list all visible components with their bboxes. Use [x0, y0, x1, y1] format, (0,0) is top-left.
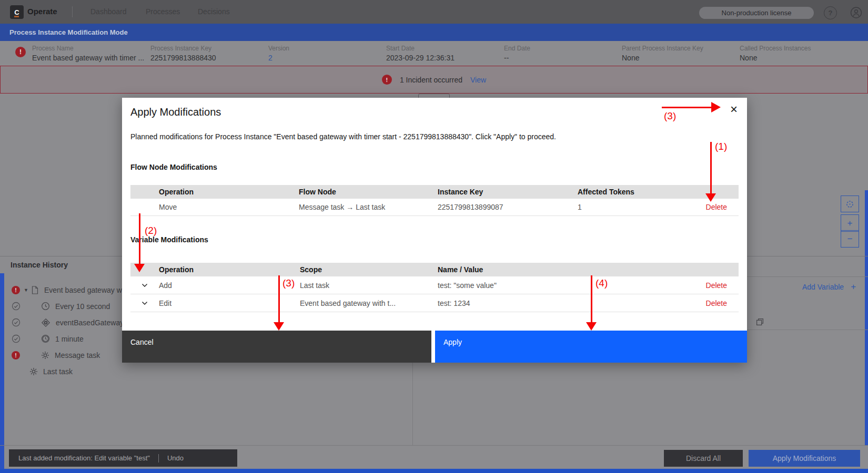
table-header-row: Operation Scope Name / Value — [130, 263, 739, 276]
field-label: Parent Process Instance Key — [622, 45, 703, 52]
table-row: Add Last task test: "some value" Delete — [130, 276, 739, 294]
footer-top-border — [0, 445, 868, 446]
field-label: Version — [268, 45, 289, 52]
delete-button[interactable]: Delete — [706, 203, 727, 211]
add-variable-button[interactable]: Add Variable + — [802, 282, 856, 292]
cell-scope: Last task — [300, 281, 438, 290]
license-badge: Non-production license — [699, 7, 814, 19]
apply-button[interactable]: Apply — [435, 331, 747, 363]
annotation-arrow-line — [591, 275, 592, 323]
apply-modifications-button[interactable]: Apply Modifications — [749, 450, 860, 467]
nav-divider — [72, 6, 73, 17]
modification-mode-text: Process Instance Modification Mode — [9, 28, 128, 36]
check-circle-icon — [12, 318, 21, 327]
incident-state-icon: ! — [15, 47, 26, 57]
annotation-arrow-line — [710, 142, 712, 193]
expand-chevron-icon[interactable] — [142, 283, 148, 287]
field-called-process-instances: Called Process Instances None — [740, 45, 811, 62]
table-row: Edit Event based gateway with t... test:… — [130, 294, 739, 312]
incident-view-link[interactable]: View — [470, 76, 486, 84]
column-operation: Operation — [159, 188, 299, 196]
logo-accent — [14, 16, 19, 17]
top-nav: C Operate Dashboard Processes Decisions … — [0, 0, 868, 24]
history-row-last-task[interactable]: Last task — [0, 363, 410, 379]
discard-all-button[interactable]: Discard All — [664, 450, 743, 467]
nav-item-decisions[interactable]: Decisions — [198, 7, 230, 16]
field-value: Event based gateway with timer ... — [32, 54, 144, 62]
annotation-label-3-cancel: (3) — [282, 277, 295, 289]
nav-item-processes[interactable]: Processes — [146, 7, 180, 16]
flow-node-modifications-heading: Flow Node Modifications — [130, 163, 217, 171]
annotation-label-3-close: (3) — [664, 110, 676, 122]
check-circle-icon — [12, 302, 21, 311]
field-version: Version 2 — [268, 45, 289, 62]
cell-affected-tokens: 1 — [578, 203, 680, 211]
field-start-date: Start Date 2023-09-29 12:36:31 — [386, 45, 455, 62]
cell-operation: Move — [159, 203, 299, 211]
zoom-out-button[interactable]: − — [841, 230, 859, 248]
field-label: Process Instance Key — [150, 45, 216, 52]
field-process-name: Process Name Event based gateway with ti… — [32, 45, 144, 62]
version-link[interactable]: 2 — [268, 54, 289, 62]
cell-name-value: test: "some value" — [438, 281, 680, 290]
field-process-instance-key: Process Instance Key 2251799813888430 — [150, 45, 216, 62]
expand-chevron-icon[interactable] — [142, 301, 148, 305]
incident-text: 1 Incident occurred — [400, 76, 462, 84]
table-row: Move Message task → Last task 2251799813… — [130, 199, 739, 216]
annotation-arrowhead — [705, 193, 716, 202]
app-title: Operate — [27, 7, 57, 16]
instance-history-title: Instance History — [11, 261, 68, 269]
zoom-in-button[interactable]: + — [841, 214, 859, 232]
field-value: 2251799813888430 — [150, 54, 216, 62]
camunda-logo[interactable]: C — [10, 5, 24, 19]
service-task-icon — [29, 367, 38, 376]
nav-item-dashboard[interactable]: Dashboard — [90, 7, 127, 16]
check-circle-icon — [12, 334, 21, 343]
delete-button[interactable]: Delete — [706, 299, 727, 307]
cell-scope: Event based gateway with t... — [300, 299, 438, 307]
history-row-label: Last task — [43, 367, 73, 376]
annotation-arrowhead — [711, 102, 721, 112]
cancel-button[interactable]: Cancel — [122, 331, 431, 363]
column-scope: Scope — [300, 265, 438, 274]
variable-modifications-table: Operation Scope Name / Value Add Last ta… — [130, 263, 739, 312]
table-header-row: Operation Flow Node Instance Key Affecte… — [130, 185, 739, 199]
flow-node-modifications-table: Operation Flow Node Instance Key Affecte… — [130, 185, 739, 216]
help-icon[interactable]: ? — [824, 6, 837, 19]
annotation-arrowhead — [134, 264, 145, 272]
service-task-icon — [41, 351, 49, 359]
column-operation: Operation — [159, 265, 300, 274]
field-value: None — [622, 54, 703, 62]
copy-icon[interactable] — [756, 318, 764, 328]
user-icon[interactable] — [850, 6, 862, 18]
field-label: Start Date — [386, 45, 455, 52]
modal-title: Apply Modifications — [130, 106, 221, 118]
row-error-icon: ! — [12, 286, 20, 294]
history-row-label: 1 minute — [55, 335, 84, 343]
logo-initial: C — [14, 8, 19, 16]
timer-icon — [41, 334, 50, 343]
column-flow-node: Flow Node — [299, 188, 438, 196]
field-value: -- — [504, 54, 530, 62]
field-value: 2023-09-29 12:36:31 — [386, 54, 455, 62]
cell-instance-key: 2251799813899087 — [438, 203, 578, 211]
column-affected-tokens: Affected Tokens — [578, 188, 680, 196]
close-icon[interactable]: × — [722, 98, 746, 121]
delete-button[interactable]: Delete — [706, 281, 727, 290]
right-panel-accent-strip — [865, 190, 868, 445]
row-error-icon: ! — [12, 351, 20, 359]
apply-modifications-modal: Apply Modifications × Planned modificati… — [122, 98, 747, 363]
undo-button[interactable]: Undo — [167, 454, 184, 462]
bottom-accent-strip — [0, 469, 868, 473]
diagram-reset-button[interactable] — [841, 196, 859, 212]
instance-header: ! Process Name Event based gateway with … — [0, 41, 868, 66]
annotation-arrow-line — [662, 107, 711, 108]
incident-banner: ! 1 Incident occurred View — [0, 66, 868, 94]
column-name-value: Name / Value — [438, 265, 680, 274]
crosshair-icon — [845, 200, 854, 209]
chevron-down-icon[interactable]: ▼ — [24, 287, 28, 293]
field-label: Called Process Instances — [740, 45, 811, 52]
help-glyph: ? — [829, 9, 833, 17]
gateway-icon — [41, 318, 51, 327]
timer-icon — [41, 302, 50, 311]
